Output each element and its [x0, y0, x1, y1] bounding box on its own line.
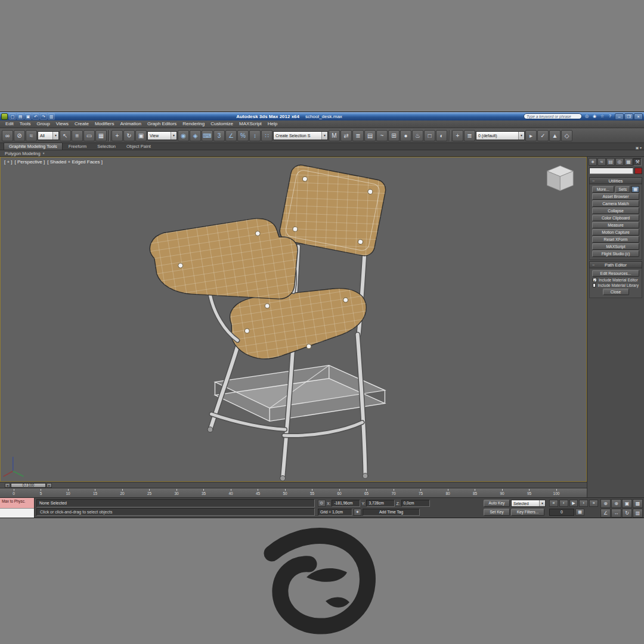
path-editor-rollout-header[interactable]: − Path Editor [589, 261, 642, 268]
menu-item[interactable]: Help [265, 120, 280, 128]
edit-named-sets-icon[interactable]: ∷ [261, 130, 273, 141]
utility-button[interactable]: Collapse [592, 208, 639, 214]
application-button-icon[interactable] [1, 113, 8, 120]
use-pivot-center-icon[interactable]: ◉ [178, 130, 189, 141]
angle-snap-icon[interactable]: ∠ [225, 130, 237, 141]
spinner-snap-icon[interactable]: ↕ [249, 130, 261, 141]
schematic-view-icon[interactable]: ⊞ [388, 130, 400, 141]
motion-tab[interactable]: ◎ [615, 158, 624, 166]
zoom-extents-all-icon[interactable]: ▩ [633, 499, 643, 508]
play-button[interactable]: ▶ [569, 500, 578, 507]
named-selection-sets-dropdown[interactable]: Create Selection S▼ [273, 131, 328, 140]
auto-key-button[interactable]: Auto Key [484, 500, 510, 507]
create-layer-icon[interactable]: + [452, 130, 463, 141]
select-by-name-icon[interactable]: ≡ [72, 130, 83, 141]
unlink-selection-icon[interactable]: ⊘ [14, 130, 25, 141]
maxscript-mini-listener[interactable]: Max to Physc. [0, 498, 35, 518]
isolate-selection-icon[interactable]: ◇ [561, 130, 572, 141]
zoom-extents-icon[interactable]: ▣ [622, 499, 632, 508]
maximize-viewport-icon[interactable]: ▥ [633, 509, 643, 518]
set-current-layer-icon[interactable]: ✓ [537, 130, 549, 141]
panel-name-field[interactable] [589, 168, 633, 174]
pan-icon[interactable]: ↔ [611, 509, 621, 518]
save-file-icon[interactable]: ▣ [24, 113, 32, 120]
go-to-end-button[interactable]: » [589, 500, 598, 507]
time-slider-next-icon[interactable]: ▸ [47, 483, 52, 488]
utility-button[interactable]: MAXScript [592, 243, 639, 250]
orbit-icon[interactable]: ↻ [622, 509, 632, 518]
curve-editor-icon[interactable]: ~ [376, 130, 388, 141]
writing-tablet[interactable] [150, 219, 298, 299]
help-icon[interactable]: ? [606, 113, 614, 120]
menu-item[interactable]: Views [53, 120, 72, 128]
selection-lock-toggle[interactable]: ⊙ [318, 500, 326, 507]
new-scene-icon[interactable]: ▢ [9, 113, 16, 120]
zoom-all-icon[interactable]: ⊕ [611, 499, 621, 508]
zoom-icon[interactable]: ⊕ [600, 499, 611, 508]
key-mode-dropdown[interactable]: Selected▼ [511, 500, 546, 507]
utility-button[interactable]: Asset Browser [592, 193, 639, 200]
select-and-manipulate-icon[interactable]: ◈ [190, 130, 201, 141]
selection-filter-dropdown[interactable]: All▼ [38, 131, 59, 140]
selection-region-icon[interactable]: ▭ [83, 130, 95, 141]
utility-sets-button[interactable]: Sets [615, 186, 631, 193]
ribbon-minimize-icon[interactable]: ▣ ▾ [636, 145, 642, 150]
utility-button[interactable]: Camera Match [592, 200, 639, 207]
menu-item[interactable]: Group [33, 120, 52, 128]
color-swatch[interactable] [634, 168, 642, 174]
edit-resources-button[interactable]: Edit Resources... [592, 270, 639, 277]
rendered-frame-icon[interactable]: □ [424, 130, 435, 141]
current-frame-field[interactable]: 0 [549, 509, 574, 516]
menu-item[interactable]: Rendering [179, 120, 208, 128]
time-slider-handle[interactable]: 0 / 100 [11, 483, 46, 488]
polygon-modeling-panel-label[interactable]: Polygon Modeling [5, 151, 41, 156]
select-objects-in-layer-icon[interactable]: ▸ [525, 130, 537, 141]
utility-button[interactable]: Measure [592, 222, 639, 228]
y-coordinate-field[interactable]: 3,728cm [366, 500, 395, 507]
create-tab[interactable]: ∗ [589, 158, 597, 166]
add-time-tag-button[interactable]: Add Time Tag [363, 509, 420, 516]
close-button[interactable]: × [634, 113, 643, 120]
menu-item[interactable]: Create [72, 120, 92, 128]
minimize-button[interactable]: – [615, 113, 624, 120]
utility-button[interactable]: Flight Studio (c) [592, 250, 639, 257]
utility-button[interactable]: Motion Capture [592, 229, 639, 236]
time-slider[interactable]: ◂ 0 / 100 ▸ [0, 482, 587, 488]
checkbox[interactable]: Include Material Library [593, 283, 639, 287]
utility-button[interactable]: Color Clipboard [592, 215, 639, 221]
reference-coordinate-dropdown[interactable]: View▼ [147, 131, 177, 140]
more-utilities-button[interactable]: More... [592, 186, 614, 193]
viewport-scene[interactable] [1, 157, 586, 481]
viewcube[interactable] [547, 166, 573, 191]
seat[interactable] [230, 289, 367, 359]
percent-snap-icon[interactable]: % [237, 130, 249, 141]
go-to-start-button[interactable]: « [549, 500, 558, 507]
checkbox-box[interactable] [593, 283, 596, 287]
search-input[interactable] [524, 113, 582, 119]
window-crossing-icon[interactable]: ▦ [95, 130, 107, 141]
menu-item[interactable]: Edit [2, 120, 17, 128]
menu-item[interactable]: Graph Editors [144, 120, 179, 128]
material-editor-icon[interactable]: ● [400, 130, 411, 141]
select-and-scale-icon[interactable]: ▣ [135, 130, 147, 141]
ribbon-tab[interactable]: Freeform [64, 143, 91, 150]
modify-tab[interactable]: ≈ [597, 158, 606, 166]
restore-button[interactable]: ❐ [624, 113, 633, 120]
utilities-rollout-header[interactable]: − Utilities [589, 177, 642, 184]
ribbon-tab[interactable]: Selection [92, 143, 120, 150]
select-and-link-icon[interactable]: ∞ [2, 130, 13, 141]
z-coordinate-field[interactable]: 0,0cm [401, 500, 430, 507]
track-bar[interactable]: 0 5 10 15 20 [0, 488, 587, 497]
snap-toggle-3d-icon[interactable]: 3 [213, 130, 225, 141]
viewport-label-segment[interactable]: [ Perspective ] [15, 159, 45, 165]
hierarchy-tab[interactable]: ▤ [606, 158, 615, 166]
open-file-icon[interactable]: ▤ [17, 113, 24, 120]
perspective-viewport[interactable]: [ + ][ Perspective ][ Shaded + Edged Fac… [0, 157, 587, 482]
graphite-tools-icon[interactable]: ▲ [549, 130, 561, 141]
align-icon[interactable]: ⇄ [340, 130, 352, 141]
render-setup-icon[interactable]: ♨ [412, 130, 423, 141]
menu-item[interactable]: Animation [117, 120, 144, 128]
listener-line[interactable] [0, 508, 34, 518]
time-slider-previous-icon[interactable]: ◂ [5, 483, 10, 488]
viewport-label-segment[interactable]: [ + ] [4, 159, 13, 165]
